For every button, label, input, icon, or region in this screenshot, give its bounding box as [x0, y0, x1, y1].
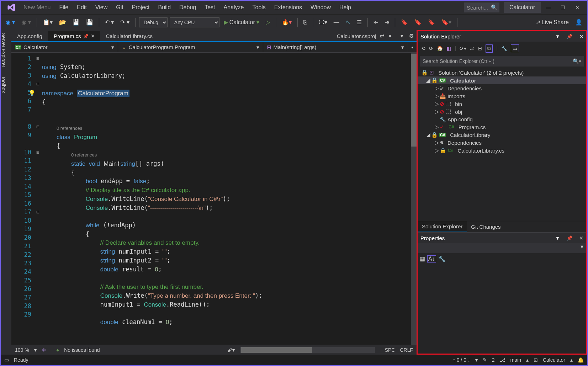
- close-tab-icon[interactable]: ✕: [91, 33, 95, 39]
- codelens-refs2[interactable]: 0 references: [71, 152, 97, 158]
- nav-class[interactable]: ☼CalculatorProgram.Program▾: [118, 42, 263, 52]
- maximize-button[interactable]: ☐: [556, 5, 570, 10]
- bookmark-icon[interactable]: 🔖: [399, 17, 410, 27]
- browser-icon[interactable]: 🖵▾: [317, 17, 329, 27]
- codelens-refs[interactable]: 0 references: [57, 126, 82, 131]
- code-editor[interactable]: using System; using CalculatorLibrary; 💡…: [42, 53, 417, 345]
- menu-window[interactable]: Window: [306, 4, 335, 11]
- undo-icon[interactable]: ↶ ▾: [103, 17, 116, 27]
- scope-icon[interactable]: ◧: [446, 46, 451, 51]
- new-project-icon[interactable]: 📋▾: [41, 17, 55, 27]
- lineend-mode[interactable]: CRLF: [400, 347, 413, 353]
- start-no-debug-icon[interactable]: ▷: [264, 17, 272, 27]
- close-button[interactable]: ✕: [570, 5, 584, 10]
- redo-icon[interactable]: ↷ ▾: [118, 17, 131, 27]
- project-calculator[interactable]: ◢🔒C# Calculator: [418, 76, 586, 84]
- pin-panel-icon[interactable]: 📌: [567, 34, 572, 39]
- save-icon[interactable]: 💾: [70, 17, 82, 27]
- status-updown[interactable]: ↑ 0 / 0 ↓: [453, 357, 470, 363]
- minimize-button[interactable]: —: [541, 5, 556, 10]
- status-target[interactable]: Calculator: [543, 357, 565, 363]
- config-selector[interactable]: Debug: [139, 17, 168, 27]
- branch-name[interactable]: main: [510, 357, 521, 363]
- platform-selector[interactable]: Any CPU: [170, 17, 219, 27]
- menu-git[interactable]: Git: [112, 4, 127, 11]
- solution-node[interactable]: 🔒⊡ Solution 'Calculator' (2 of 2 project…: [418, 69, 586, 76]
- node-lib-deps[interactable]: ▷⚞Dependencies: [418, 139, 586, 147]
- node-imports[interactable]: ▷📥Imports: [418, 92, 586, 100]
- split-icon[interactable]: ⫞: [408, 44, 417, 51]
- node-programcs[interactable]: ▷✓ C# Program.cs: [418, 123, 586, 131]
- close-tab-icon2[interactable]: ✕: [388, 33, 392, 39]
- menu-project[interactable]: Project: [128, 4, 154, 11]
- nav-member[interactable]: ⊞Main(string[] args)▾: [263, 42, 408, 52]
- output-icon[interactable]: ▭: [4, 357, 9, 363]
- bell-icon[interactable]: 🔔: [578, 357, 584, 363]
- menu-file[interactable]: File: [55, 4, 73, 11]
- menu-help[interactable]: Help: [335, 4, 355, 11]
- close-panel-icon[interactable]: ✕: [579, 34, 583, 39]
- explorer-search[interactable]: Search Solution Explorer (Ctrl+;) 🔍▾: [420, 56, 584, 67]
- intellisense-icon[interactable]: ⚛: [42, 347, 46, 353]
- bookmark-icon4[interactable]: 🔖▾: [439, 17, 454, 27]
- tab-programcs[interactable]: Program.cs📌✕: [48, 31, 100, 41]
- nav-back-icon[interactable]: ◉ ▾: [4, 17, 17, 27]
- panel-tab-git[interactable]: Git Changes: [467, 222, 505, 232]
- props-cat-icon[interactable]: ▾: [418, 243, 586, 253]
- props-sort-btn[interactable]: A↓: [427, 255, 436, 262]
- fwd-icon[interactable]: ⟳: [429, 46, 433, 51]
- pin-icon[interactable]: 📌: [83, 34, 89, 39]
- node-dependencies[interactable]: ▷⚞Dependencies: [418, 84, 586, 92]
- project-calculatorlibrary[interactable]: ◢🔒C# CalculatorLibrary: [418, 131, 586, 139]
- indent-icon2[interactable]: ⇥: [382, 17, 391, 27]
- cursor-icon[interactable]: ↖: [344, 17, 353, 27]
- toolbox-tab[interactable]: Toolbox: [1, 76, 6, 93]
- issues-text[interactable]: No issues found: [64, 347, 100, 353]
- highlight-icon[interactable]: 🖌▾: [227, 347, 235, 353]
- menu-analyze[interactable]: Analyze: [219, 4, 248, 11]
- vertical-scrollbar[interactable]: [411, 53, 417, 345]
- wrench-icon[interactable]: 🔧: [501, 46, 507, 51]
- menu-build[interactable]: Build: [154, 4, 175, 11]
- node-lib-cs[interactable]: ▷🔒C# CalculatorLibrary.cs: [418, 147, 586, 154]
- menu-test[interactable]: Test: [200, 4, 219, 11]
- save-all-icon[interactable]: 💾: [84, 17, 95, 27]
- menu-debug[interactable]: Debug: [175, 4, 200, 11]
- home-icon[interactable]: 🏠: [437, 46, 443, 51]
- show-all-icon[interactable]: ⧉: [486, 44, 493, 53]
- sync-icon[interactable]: ⇄: [470, 46, 474, 51]
- find-icon[interactable]: ―: [332, 18, 341, 27]
- whitespace-mode[interactable]: SPC: [385, 347, 395, 353]
- bookmark-icon2[interactable]: 🔖: [412, 17, 424, 27]
- props-cat-btn[interactable]: ▦: [420, 255, 425, 262]
- group-icon[interactable]: ☰: [355, 17, 364, 27]
- nav-project[interactable]: C#Calculator▾: [11, 42, 118, 52]
- props-pages-btn[interactable]: 🔧: [438, 255, 445, 262]
- tab-appconfig[interactable]: App.config: [11, 31, 48, 41]
- tab-csproj[interactable]: Calculator.csproj ⇄ ✕: [331, 31, 398, 41]
- step-icon1[interactable]: ⎘: [301, 18, 309, 27]
- horizontal-scrollbar[interactable]: [240, 347, 375, 353]
- indent-icon1[interactable]: ⇤: [371, 17, 380, 27]
- collapse-icon[interactable]: ⊟: [478, 46, 482, 51]
- node-bin[interactable]: ▷⊘ bin: [418, 100, 586, 108]
- back-icon[interactable]: ⟲: [421, 46, 425, 51]
- node-appconfig[interactable]: 🔧App.config: [418, 116, 586, 123]
- search-box[interactable]: Search... 🔍: [464, 2, 499, 12]
- panel-tab-solution[interactable]: Solution Explorer: [418, 221, 467, 232]
- menu-new[interactable]: New Menu: [19, 4, 55, 11]
- menu-edit[interactable]: Edit: [73, 4, 91, 11]
- tab-calculatorlibrary[interactable]: CalculatorLibrary.cs: [100, 31, 158, 41]
- tab-overflow-icon[interactable]: ▾: [398, 31, 406, 41]
- refresh-icon[interactable]: ⟳▾: [460, 46, 466, 51]
- fold-gutter[interactable]: ⊟ ⊟ ⊟ ⊟ ⊟: [36, 53, 42, 345]
- status-edits[interactable]: 2: [492, 357, 495, 363]
- tab-settings-icon[interactable]: ⚙: [406, 31, 417, 41]
- zoom-level[interactable]: 100 %: [15, 347, 29, 353]
- hot-reload-icon[interactable]: 🔥▾: [280, 17, 294, 27]
- menu-view[interactable]: View: [91, 4, 112, 11]
- server-explorer-tab[interactable]: Server Explorer: [1, 33, 6, 67]
- props-dropdown-icon[interactable]: ▼: [555, 235, 560, 241]
- panel-dropdown-icon[interactable]: ▼: [555, 34, 560, 39]
- bookmark-icon3[interactable]: 🔖: [426, 17, 437, 27]
